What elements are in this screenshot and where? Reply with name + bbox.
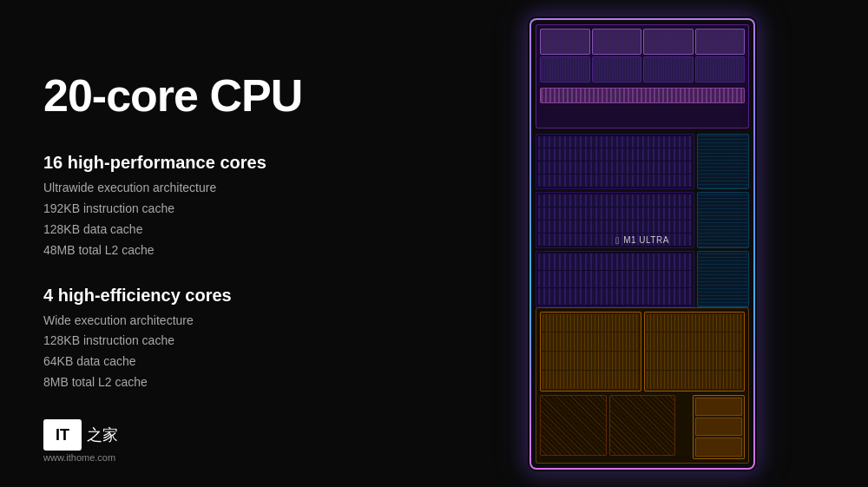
ml-row xyxy=(538,288,692,305)
eff-detail-4: 8MB total L2 cache xyxy=(43,375,148,389)
eff-row xyxy=(542,371,639,389)
ml-row xyxy=(538,253,692,270)
core-cell xyxy=(643,56,694,82)
eff-row xyxy=(647,352,743,370)
watermark-logo: IT 之家 xyxy=(43,419,118,451)
eff-bottom-grid xyxy=(536,395,748,459)
perf-cores-top xyxy=(536,24,749,128)
ml-row xyxy=(538,174,692,187)
core-grid-top xyxy=(536,25,748,86)
efficiency-details: Wide execution architecture 128KB instru… xyxy=(43,311,373,393)
performance-details: Ultrawide execution architecture 192KB i… xyxy=(43,178,373,260)
core-cell xyxy=(695,56,746,82)
eff-detail-1: Wide execution architecture xyxy=(43,313,194,327)
middle-right xyxy=(697,134,749,307)
it-logo-text: IT xyxy=(56,427,69,443)
mr-block-3 xyxy=(697,251,749,307)
middle-section xyxy=(536,134,749,307)
bra-cell-3 xyxy=(695,438,742,456)
ml-row xyxy=(538,220,692,233)
efficiency-cores-bottom xyxy=(536,307,749,464)
eff-top-area xyxy=(536,308,748,395)
eff-row xyxy=(542,352,639,370)
performance-heading: 16 high-performance cores xyxy=(43,153,373,173)
perf-detail-4: 48MB total L2 cache xyxy=(43,243,155,257)
efficiency-section: 4 high-efficiency cores Wide execution a… xyxy=(43,286,373,393)
bra-cell-2 xyxy=(695,418,742,436)
eff-row xyxy=(647,332,743,351)
core-cell xyxy=(540,29,590,55)
chip-label:  M1 ULTRA xyxy=(615,235,669,246)
eff-detail-3: 64KB data cache xyxy=(43,354,136,368)
mr-block-2 xyxy=(697,192,749,248)
cache-row-top xyxy=(540,88,745,103)
eff-bot-cell-1 xyxy=(540,395,607,456)
eff-row xyxy=(542,332,639,351)
core-cell xyxy=(695,29,746,55)
eff-row xyxy=(542,314,639,332)
cpu-title: 20-core CPU xyxy=(43,69,373,122)
chip-wrapper:  M1 ULTRA xyxy=(529,18,755,470)
eff-bot-cell-2 xyxy=(609,395,676,456)
ml-row xyxy=(538,207,692,220)
ml-row xyxy=(538,136,692,148)
chip-inner:  M1 ULTRA xyxy=(532,21,753,467)
core-cell xyxy=(592,29,642,55)
ml-row xyxy=(538,161,692,174)
ml-row xyxy=(538,271,692,287)
main-container: 20-core CPU 16 high-performance cores Ul… xyxy=(0,0,868,487)
ml-block-1 xyxy=(536,134,694,190)
performance-section: 16 high-performance cores Ultrawide exec… xyxy=(43,153,373,260)
core-cell xyxy=(540,56,590,82)
middle-left xyxy=(536,134,694,307)
ml-row xyxy=(538,194,692,207)
bra-inner xyxy=(694,396,744,458)
bottom-right-accent xyxy=(693,395,745,459)
mr-block-1 xyxy=(697,134,749,190)
eff-row xyxy=(647,371,743,389)
watermark: IT 之家 www.ithome.com xyxy=(43,419,118,463)
core-cell xyxy=(643,29,694,55)
zh-logo-text: 之家 xyxy=(87,424,118,445)
it-logo-box: IT xyxy=(43,419,82,451)
perf-detail-3: 128KB data cache xyxy=(43,222,142,236)
ml-row xyxy=(538,148,692,161)
watermark-url: www.ithome.com xyxy=(43,452,118,463)
eff-row xyxy=(647,314,743,332)
eff-block-1 xyxy=(540,312,641,392)
perf-detail-2: 192KB instruction cache xyxy=(43,201,174,215)
eff-detail-2: 128KB instruction cache xyxy=(43,333,174,347)
perf-detail-1: Ultrawide execution architecture xyxy=(43,181,216,194)
right-panel:  M1 ULTRA xyxy=(417,0,868,487)
bra-cell-1 xyxy=(695,398,742,416)
left-panel: 20-core CPU 16 high-performance cores Ul… xyxy=(0,0,417,487)
chip-name-text: M1 ULTRA xyxy=(623,235,669,245)
ml-block-3 xyxy=(536,251,694,307)
eff-block-2 xyxy=(644,312,746,392)
efficiency-heading: 4 high-efficiency cores xyxy=(43,286,373,306)
core-cell xyxy=(592,56,642,82)
apple-logo-small:  xyxy=(615,235,619,246)
